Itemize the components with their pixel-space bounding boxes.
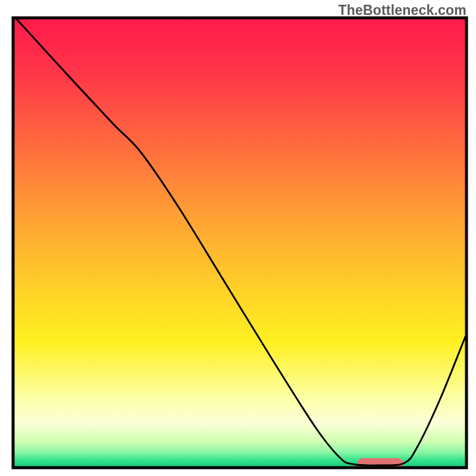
- bottleneck-chart: [0, 0, 476, 476]
- chart-container: TheBottleneck.com: [0, 0, 476, 476]
- watermark-text: TheBottleneck.com: [338, 2, 466, 18]
- gradient-background: [13, 18, 466, 468]
